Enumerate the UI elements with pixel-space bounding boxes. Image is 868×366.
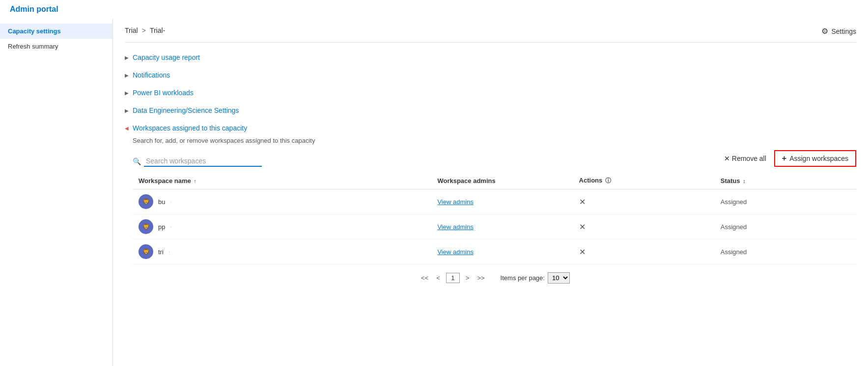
chevron-right-icon-2: ▶ bbox=[125, 73, 129, 78]
remove-all-label: Remove all bbox=[732, 155, 766, 162]
section-notifications: ▶ Notifications bbox=[125, 68, 856, 82]
info-icon: ⓘ bbox=[605, 177, 611, 184]
workspace-status-1: Assigned bbox=[721, 223, 747, 231]
section-workspaces: ◀ Workspaces assigned to this capacity S… bbox=[125, 121, 856, 284]
remove-workspace-button-0[interactable]: ✕ bbox=[579, 197, 586, 207]
table-row: 🦁 pp · View admins ✕ Assigned bbox=[133, 214, 856, 239]
workspace-name-cell-1: 🦁 pp · bbox=[133, 214, 431, 239]
col-header-actions: Actions ⓘ bbox=[573, 173, 715, 189]
app-title: Admin portal bbox=[10, 5, 858, 14]
section-data-engineering-label: Data Engineering/Science Settings bbox=[133, 106, 239, 114]
workspace-avatar-1: 🦁 bbox=[139, 219, 153, 234]
table-header-row: Workspace name ↑ Workspace admins Action… bbox=[133, 173, 856, 189]
remove-workspace-button-1[interactable]: ✕ bbox=[579, 222, 586, 232]
settings-link[interactable]: ⚙ Settings bbox=[821, 26, 856, 36]
workspace-admins-cell-2: View admins bbox=[431, 239, 573, 264]
sidebar-item-capacity-settings[interactable]: Capacity settings bbox=[0, 24, 112, 39]
header-divider bbox=[125, 42, 856, 43]
search-icon: 🔍 bbox=[133, 157, 141, 165]
workspace-dot-2: · bbox=[168, 248, 170, 255]
workspaces-table-container: Workspace name ↑ Workspace admins Action… bbox=[133, 173, 856, 284]
section-notifications-header[interactable]: ▶ Notifications bbox=[125, 68, 856, 82]
workspace-status-0: Assigned bbox=[721, 198, 747, 206]
workspace-name-2: tri bbox=[158, 248, 164, 256]
workspace-name-1: pp bbox=[158, 223, 165, 231]
view-admins-button-2[interactable]: View admins bbox=[437, 248, 473, 256]
workspace-actions-cell-1: ✕ bbox=[573, 214, 715, 239]
section-notifications-label: Notifications bbox=[133, 71, 170, 79]
section-powerbi-workloads: ▶ Power BI workloads bbox=[125, 86, 856, 100]
breadcrumb-separator: > bbox=[142, 26, 146, 34]
workspace-actions-cell-2: ✕ bbox=[573, 239, 715, 264]
items-per-page-label: Items per page: bbox=[501, 274, 545, 282]
view-admins-button-1[interactable]: View admins bbox=[437, 223, 473, 231]
workspace-actions-cell-0: ✕ bbox=[573, 189, 715, 214]
workspace-status-cell-2: Assigned bbox=[715, 239, 856, 264]
remove-workspace-button-2[interactable]: ✕ bbox=[579, 247, 586, 257]
workspace-name-cell-2: 🦁 tri · bbox=[133, 239, 431, 264]
app-container: Admin portal Capacity settings Refresh s… bbox=[0, 0, 868, 366]
sidebar: Capacity settings Refresh summary bbox=[0, 19, 113, 366]
first-page-button[interactable]: << bbox=[419, 273, 430, 283]
main-content: Trial > Trial- ⚙ Settings ▶ Capacity usa… bbox=[113, 19, 868, 366]
section-workspaces-label: Workspaces assigned to this capacity bbox=[133, 124, 247, 132]
assign-workspaces-button[interactable]: + Assign workspaces bbox=[774, 150, 856, 167]
workspace-dot-0: · bbox=[170, 198, 171, 205]
action-buttons: ✕ Remove all + Assign workspaces bbox=[724, 150, 856, 167]
section-powerbi-label: Power BI workloads bbox=[133, 89, 194, 97]
next-page-button[interactable]: > bbox=[464, 273, 472, 283]
items-per-page: Items per page: 102050 bbox=[501, 272, 570, 284]
sidebar-item-refresh-summary[interactable]: Refresh summary bbox=[0, 39, 112, 54]
main-layout: Capacity settings Refresh summary Trial … bbox=[0, 19, 868, 366]
section-workspaces-header[interactable]: ◀ Workspaces assigned to this capacity bbox=[125, 121, 856, 135]
settings-label: Settings bbox=[831, 27, 856, 35]
chevron-right-icon-3: ▶ bbox=[125, 90, 129, 96]
breadcrumb: Trial > Trial- bbox=[125, 26, 856, 34]
workspace-admins-cell-1: View admins bbox=[431, 214, 573, 239]
col-header-name[interactable]: Workspace name ↑ bbox=[133, 173, 431, 189]
chevron-right-icon-4: ▶ bbox=[125, 108, 129, 113]
top-bar: Admin portal bbox=[0, 0, 868, 19]
section-capacity-usage-header[interactable]: ▶ Capacity usage report bbox=[125, 51, 856, 64]
workspace-avatar-0: 🦁 bbox=[139, 194, 153, 209]
workspace-status-2: Assigned bbox=[721, 248, 747, 256]
prev-page-button[interactable]: < bbox=[434, 273, 442, 283]
section-data-engineering: ▶ Data Engineering/Science Settings bbox=[125, 104, 856, 117]
workspace-status-cell-0: Assigned bbox=[715, 189, 856, 214]
workspace-avatar-2: 🦁 bbox=[139, 244, 153, 259]
chevron-right-icon: ▶ bbox=[125, 55, 129, 60]
current-page: 1 bbox=[446, 273, 460, 283]
sort-status-icon: ↕ bbox=[743, 178, 746, 184]
close-icon: ✕ bbox=[724, 155, 730, 162]
breadcrumb-trial[interactable]: Trial bbox=[125, 26, 138, 34]
section-powerbi-header[interactable]: ▶ Power BI workloads bbox=[125, 86, 856, 100]
workspaces-description: Search for, add, or remove workspaces as… bbox=[133, 137, 856, 144]
pagination: << < 1 > >> Items per page: 102050 bbox=[133, 272, 856, 284]
plus-icon: + bbox=[782, 154, 786, 163]
workspaces-table-body: 🦁 bu · View admins ✕ Assigned 🦁 pp · bbox=[133, 189, 856, 264]
last-page-button[interactable]: >> bbox=[475, 273, 486, 283]
section-capacity-usage-label: Capacity usage report bbox=[133, 53, 200, 61]
workspace-dot-1: · bbox=[170, 223, 171, 230]
workspace-status-cell-1: Assigned bbox=[715, 214, 856, 239]
workspace-name-cell-0: 🦁 bu · bbox=[133, 189, 431, 214]
sort-name-icon: ↑ bbox=[194, 178, 196, 184]
chevron-down-icon: ◀ bbox=[125, 126, 129, 131]
workspaces-table: Workspace name ↑ Workspace admins Action… bbox=[133, 173, 856, 264]
section-capacity-usage: ▶ Capacity usage report bbox=[125, 51, 856, 64]
col-header-status[interactable]: Status ↕ bbox=[715, 173, 856, 189]
workspace-admins-cell-0: View admins bbox=[431, 189, 573, 214]
table-row: 🦁 tri · View admins ✕ Assigned bbox=[133, 239, 856, 264]
breadcrumb-trial-sub: Trial- bbox=[150, 26, 165, 34]
items-per-page-select[interactable]: 102050 bbox=[548, 272, 570, 284]
assign-workspaces-label: Assign workspaces bbox=[789, 155, 848, 162]
table-row: 🦁 bu · View admins ✕ Assigned bbox=[133, 189, 856, 214]
remove-all-button[interactable]: ✕ Remove all bbox=[724, 155, 766, 162]
col-header-admins: Workspace admins bbox=[431, 173, 573, 189]
search-workspaces-input[interactable] bbox=[144, 156, 262, 167]
view-admins-button-0[interactable]: View admins bbox=[437, 198, 473, 206]
gear-icon: ⚙ bbox=[821, 26, 828, 36]
workspace-name-0: bu bbox=[158, 198, 165, 206]
section-data-engineering-header[interactable]: ▶ Data Engineering/Science Settings bbox=[125, 104, 856, 117]
